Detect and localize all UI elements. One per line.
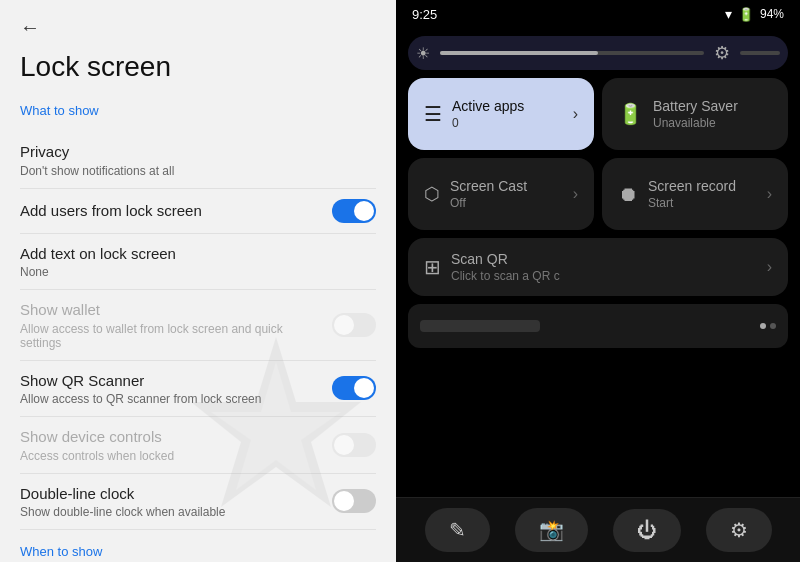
setting-controls-sub: Access controls when locked (20, 449, 322, 463)
quick-settings-area: ☀ ⚙ ☰ Active apps 0 › 🔋 Batter (396, 28, 800, 497)
scan-qr-sub: Click to scan a QR c (451, 269, 560, 283)
battery-saver-label: Battery Saver (653, 98, 772, 115)
battery-text: 94% (760, 7, 784, 21)
right-panel: 9:25 ▾ 🔋 94% ☀ ⚙ ☰ Active apps 0 (396, 0, 800, 562)
battery-icon: 🔋 (738, 7, 754, 22)
scan-qr-label: Scan QR (451, 251, 560, 268)
media-dots (760, 323, 776, 329)
controls-toggle (332, 433, 376, 457)
toggle-knob (334, 315, 354, 335)
media-bar (408, 304, 788, 348)
screen-cast-sub: Off (450, 196, 563, 210)
bottom-bar: ✎ 📸 ⏻ ⚙ (396, 497, 800, 562)
tile-battery-saver[interactable]: 🔋 Battery Saver Unavailable (602, 78, 788, 150)
tile-screen-cast[interactable]: ⬡ Screen Cast Off › (408, 158, 594, 230)
toggle-knob (334, 491, 354, 511)
power-button[interactable]: ⏻ (613, 509, 681, 552)
toggle-knob (354, 378, 374, 398)
setting-add-users[interactable]: Add users from lock screen (20, 189, 376, 234)
setting-device-controls: Show device controls Access controls whe… (20, 417, 376, 474)
setting-privacy-sub: Don't show notifications at all (20, 164, 366, 178)
setting-qr-label: Show QR Scanner (20, 371, 322, 391)
qr-toggle[interactable] (332, 376, 376, 400)
status-time: 9:25 (412, 7, 437, 22)
toggle-knob (334, 435, 354, 455)
setting-add-text[interactable]: Add text on lock screen None (20, 234, 376, 291)
left-panel: ← Lock screen What to show Privacy Don't… (0, 0, 396, 562)
toggle-knob (354, 201, 374, 221)
brightness-slider-track[interactable] (440, 51, 704, 55)
brightness-row[interactable]: ☀ ⚙ (408, 36, 788, 70)
setting-privacy-label: Privacy (20, 142, 366, 162)
clock-toggle[interactable] (332, 489, 376, 513)
setting-wallet-sub: Allow access to wallet from lock screen … (20, 322, 322, 350)
wifi-icon: ▾ (725, 6, 732, 22)
screen-record-icon: ⏺ (618, 183, 638, 206)
media-progress (420, 320, 540, 332)
tile-screen-record[interactable]: ⏺ Screen record Start › (602, 158, 788, 230)
settings-button[interactable]: ⚙ (706, 508, 772, 552)
tile-active-apps[interactable]: ☰ Active apps 0 › (408, 78, 594, 150)
tiles-grid: ☰ Active apps 0 › 🔋 Battery Saver Unavai… (408, 78, 788, 230)
brightness-gear-icon[interactable]: ⚙ (714, 42, 730, 64)
setting-add-text-label: Add text on lock screen (20, 244, 366, 264)
tile-scan-qr[interactable]: ⊞ Scan QR Click to scan a QR c › (408, 238, 788, 296)
active-apps-chevron: › (573, 105, 578, 123)
setting-show-qr[interactable]: Show QR Scanner Allow access to QR scann… (20, 361, 376, 418)
screen-record-sub: Start (648, 196, 757, 210)
setting-double-clock[interactable]: Double-line clock Show double-line clock… (20, 474, 376, 531)
setting-show-wallet: Show wallet Allow access to wallet from … (20, 290, 376, 361)
media-dot-2 (770, 323, 776, 329)
setting-qr-sub: Allow access to QR scanner from lock scr… (20, 392, 322, 406)
screen-cast-label: Screen Cast (450, 178, 563, 195)
active-apps-label: Active apps (452, 98, 563, 115)
scan-qr-chevron: › (767, 258, 772, 276)
battery-saver-sub: Unavailable (653, 116, 772, 130)
setting-clock-label: Double-line clock (20, 484, 322, 504)
back-button[interactable]: ← (20, 16, 40, 39)
brightness-extra-track (740, 51, 780, 55)
page-title: Lock screen (20, 51, 376, 83)
status-right: ▾ 🔋 94% (725, 6, 784, 22)
camera-button[interactable]: 📸 (515, 508, 588, 552)
screen-record-chevron: › (767, 185, 772, 203)
edit-button[interactable]: ✎ (425, 508, 490, 552)
setting-add-users-label: Add users from lock screen (20, 201, 322, 221)
setting-wallet-label: Show wallet (20, 300, 322, 320)
section-what-label: What to show (20, 103, 376, 118)
setting-privacy[interactable]: Privacy Don't show notifications at all (20, 132, 376, 189)
brightness-icon: ☀ (416, 44, 430, 63)
active-apps-sub: 0 (452, 116, 563, 130)
screen-record-label: Screen record (648, 178, 757, 195)
scan-qr-icon: ⊞ (424, 255, 441, 279)
active-apps-icon: ☰ (424, 102, 442, 126)
brightness-slider-fill (440, 51, 598, 55)
screen-cast-chevron: › (573, 185, 578, 203)
screen-cast-icon: ⬡ (424, 183, 440, 205)
section-when-label: When to show (20, 544, 376, 559)
setting-controls-label: Show device controls (20, 427, 322, 447)
add-users-toggle[interactable] (332, 199, 376, 223)
setting-clock-sub: Show double-line clock when available (20, 505, 322, 519)
wallet-toggle (332, 313, 376, 337)
media-dot-1 (760, 323, 766, 329)
setting-add-text-sub: None (20, 265, 366, 279)
battery-saver-icon: 🔋 (618, 102, 643, 126)
status-bar: 9:25 ▾ 🔋 94% (396, 0, 800, 28)
